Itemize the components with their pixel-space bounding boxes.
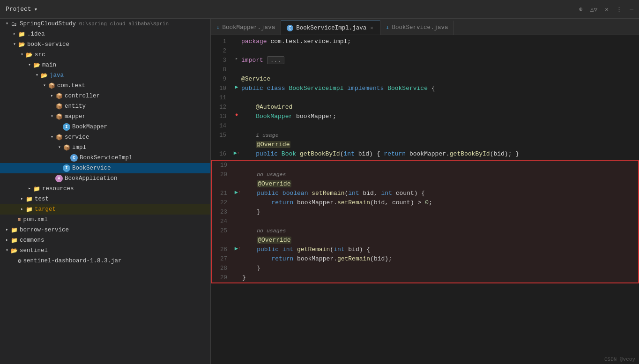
gutter: ▶ ↑ [233, 189, 242, 196]
tree-label: controller [65, 93, 100, 99]
tree-item-mapper[interactable]: 📦 mapper [0, 111, 210, 122]
arrows-icon[interactable]: △▽ [590, 6, 598, 13]
tree-item-bookserviceimpl[interactable]: C BookServiceImpl [0, 153, 210, 163]
class-impl-icon: C [70, 154, 78, 162]
tree-item-borrow-service[interactable]: 📁 borrow-service [0, 225, 210, 235]
tree-item-controller[interactable]: 📦 controller [0, 91, 210, 101]
run-gutter-icon[interactable]: ▶ [235, 84, 238, 90]
more-icon[interactable]: ⋮ [616, 6, 622, 13]
tree-label: BookServiceImpl [80, 155, 133, 161]
tab-label: BookMapper.java [223, 24, 275, 31]
target-icon[interactable]: ⊕ [579, 6, 583, 13]
tree-label: test [35, 196, 49, 202]
line-number: 15 [211, 131, 232, 140]
line-content: 1 usage [241, 131, 639, 140]
chevron-icon [56, 144, 63, 151]
folder-open-icon: 📂 [10, 247, 18, 254]
folder-open-icon: 📂 [25, 51, 33, 59]
tab-bookservice[interactable]: I BookService.java [380, 21, 454, 35]
code-line-22: 22 return bookMapper.setRemain(bid, coun… [212, 198, 638, 208]
code-line-3: 3 ▸ import ... [211, 56, 639, 65]
tree-item-main[interactable]: 📂 main [0, 60, 210, 70]
tree-item-src[interactable]: 📂 src [0, 50, 210, 60]
tree-item-target[interactable]: 📁 target [0, 204, 210, 215]
tree-label: main [42, 62, 56, 68]
line-number: 11 [211, 93, 232, 103]
tab-bookserviceimpl[interactable]: C BookServiceImpl.java ✕ [281, 21, 380, 35]
line-number: 24 [212, 217, 233, 226]
tree-item-service[interactable]: 📦 service [0, 132, 210, 142]
tab-bookmapper[interactable]: I BookMapper.java [211, 21, 281, 35]
tree-item-pom[interactable]: m pom.xml [0, 215, 210, 225]
line-content: public boolean setRemain(int bid, int co… [242, 189, 638, 198]
impl-icon[interactable]: ▶ [235, 245, 238, 252]
editor-panel: I BookMapper.java C BookServiceImpl.java… [211, 19, 639, 364]
tree-item-book-service[interactable]: 📂 book-service [0, 39, 210, 50]
app-icon: A [55, 175, 63, 182]
tree-item-idea[interactable]: 📁 .idea [0, 29, 210, 39]
tree-item-bookapplication[interactable]: A BookApplication [0, 173, 210, 184]
line-content: @Service [241, 74, 639, 84]
line-number: 29 [212, 273, 233, 282]
line-number: 22 [212, 198, 233, 208]
tree-item-commons[interactable]: 📁 commons [0, 235, 210, 245]
tab-close-button[interactable]: ✕ [369, 24, 374, 32]
tree-label: sentinel [20, 247, 48, 254]
chevron-icon: ▾ [34, 6, 38, 13]
impl-icon[interactable]: ▶ [234, 149, 237, 156]
watermark: CSDN @vcoy [604, 357, 635, 362]
line-content: no usages [242, 226, 638, 236]
tree-item-com-test[interactable]: 📦 com.test [0, 81, 210, 91]
code-line-29: 29 } [212, 273, 638, 282]
tree-label: impl [72, 144, 86, 151]
line-content: package com.test.service.impl; [241, 37, 639, 46]
project-panel-header[interactable]: Project ▾ [6, 6, 37, 13]
line-content: BookMapper bookMapper; [241, 112, 639, 121]
code-line-15-hint: 15 1 usage [211, 131, 639, 140]
chevron-icon [19, 196, 25, 202]
code-line-14: 14 [211, 121, 639, 131]
tree-label: BookMapper [72, 124, 107, 130]
tree-item-springcloudstudy[interactable]: 🗂 SpringCloudStudy G:\spring cloud aliba… [0, 19, 210, 29]
code-line-25-override: @Override [212, 236, 638, 245]
tree-item-entity[interactable]: 📦 entity [0, 101, 210, 111]
code-line-24: 24 [212, 217, 638, 226]
code-editor[interactable]: 1 package com.test.service.impl; 2 3 ▸ i… [211, 35, 639, 364]
chevron-icon [41, 82, 48, 89]
tree-item-test[interactable]: 📁 test [0, 194, 210, 204]
breakpoint-icon[interactable]: ● [235, 112, 238, 118]
chevron-icon [34, 72, 40, 79]
main-layout: 🗂 SpringCloudStudy G:\spring cloud aliba… [0, 19, 639, 364]
chevron-icon [4, 21, 10, 27]
minimize-icon[interactable]: — [630, 6, 633, 13]
code-line-2: 2 [211, 46, 639, 56]
tree-item-bookmapper[interactable]: I BookMapper [0, 122, 210, 132]
line-content: } [242, 273, 638, 282]
tree-label: sentinel-dashboard-1.8.3.jar [23, 258, 122, 264]
code-line-8: 8 [211, 65, 639, 74]
tree-item-bookservice[interactable]: I BookService [0, 163, 210, 173]
tree-item-impl[interactable]: 📦 impl [0, 142, 210, 153]
code-line-21: 21 ▶ ↑ public boolean setRemain(int bid,… [212, 189, 638, 198]
close-icon[interactable]: ✕ [605, 6, 609, 13]
folder-open-icon: 📂 [33, 61, 40, 69]
tab-label: BookService.java [392, 24, 448, 31]
tree-label: commons [20, 237, 45, 244]
tree-path: G:\spring cloud alibaba\Sprin [76, 21, 169, 27]
tree-item-sentinel-jar[interactable]: ⚙ sentinel-dashboard-1.8.3.jar [0, 256, 210, 266]
package-icon: 📦 [55, 134, 63, 141]
line-number: 10 [211, 84, 232, 93]
impl-icon[interactable]: ▶ [235, 189, 238, 196]
code-line-23: 23 } [212, 208, 638, 217]
title-bar: Project ▾ ⊕ △▽ ✕ ⋮ — [0, 0, 639, 19]
line-content [241, 65, 639, 74]
line-content: @Override [241, 140, 639, 149]
line-content [241, 121, 639, 131]
chevron-icon [4, 247, 10, 254]
fold-icon[interactable]: ▸ [235, 56, 238, 61]
line-number: 28 [212, 264, 233, 273]
tree-label: resources [42, 186, 74, 192]
tree-item-java[interactable]: 📂 java [0, 70, 210, 81]
tree-item-resources[interactable]: 📁 resources [0, 184, 210, 194]
tree-item-sentinel[interactable]: 📂 sentinel [0, 245, 210, 256]
